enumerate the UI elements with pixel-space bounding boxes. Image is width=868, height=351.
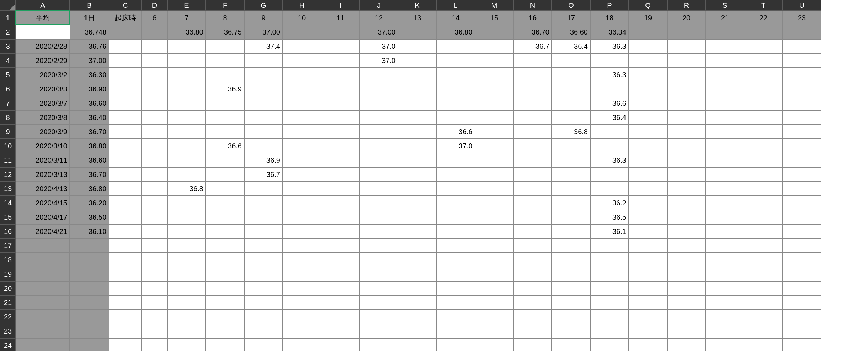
cell-P22[interactable]	[590, 310, 629, 324]
column-header-Q[interactable]: Q	[629, 0, 667, 11]
cell-S3[interactable]	[706, 39, 744, 53]
cell-P13[interactable]	[590, 182, 629, 196]
cell-F5[interactable]	[206, 68, 244, 82]
cell-I9[interactable]	[321, 125, 360, 139]
cell-T23[interactable]	[744, 324, 783, 338]
cell-Q2[interactable]	[629, 25, 667, 39]
cell-A15[interactable]: 2020/4/17	[16, 210, 70, 224]
cell-B7[interactable]: 36.60	[70, 96, 109, 110]
cell-L23[interactable]	[436, 324, 475, 338]
cell-S20[interactable]	[706, 281, 744, 295]
cell-R9[interactable]	[667, 125, 706, 139]
cell-N1[interactable]: 16	[513, 11, 552, 25]
cell-E20[interactable]	[167, 281, 206, 295]
cell-O18[interactable]	[552, 253, 590, 267]
cell-J21[interactable]	[360, 295, 398, 310]
cell-G7[interactable]	[244, 96, 283, 110]
cell-D14[interactable]	[142, 196, 167, 210]
cell-B1[interactable]: 1日	[70, 11, 109, 25]
cell-Q9[interactable]	[629, 125, 667, 139]
cell-H14[interactable]	[283, 196, 321, 210]
cell-P4[interactable]	[590, 53, 629, 68]
cell-A6[interactable]: 2020/3/3	[16, 82, 70, 96]
cell-P3[interactable]: 36.3	[590, 39, 629, 53]
cell-O3[interactable]: 36.4	[552, 39, 590, 53]
cell-G4[interactable]	[244, 53, 283, 68]
cell-R11[interactable]	[667, 153, 706, 167]
cell-M10[interactable]	[475, 139, 513, 153]
cell-T17[interactable]	[744, 239, 783, 253]
cell-Q5[interactable]	[629, 68, 667, 82]
cell-F23[interactable]	[206, 324, 244, 338]
cell-Q7[interactable]	[629, 96, 667, 110]
cell-T5[interactable]	[744, 68, 783, 82]
cell-G11[interactable]: 36.9	[244, 153, 283, 167]
cell-F16[interactable]	[206, 224, 244, 239]
cell-B8[interactable]: 36.40	[70, 110, 109, 125]
cell-D9[interactable]	[142, 125, 167, 139]
row-header-3[interactable]: 3	[0, 39, 16, 53]
cell-J2[interactable]: 37.00	[360, 25, 398, 39]
cell-S2[interactable]	[706, 25, 744, 39]
cell-T3[interactable]	[744, 39, 783, 53]
cell-I19[interactable]	[321, 267, 360, 281]
cell-I17[interactable]	[321, 239, 360, 253]
cell-F11[interactable]	[206, 153, 244, 167]
cell-D11[interactable]	[142, 153, 167, 167]
cell-M19[interactable]	[475, 267, 513, 281]
cell-E15[interactable]	[167, 210, 206, 224]
cell-G5[interactable]	[244, 68, 283, 82]
cell-E13[interactable]: 36.8	[167, 182, 206, 196]
cell-I23[interactable]	[321, 324, 360, 338]
cell-S8[interactable]	[706, 110, 744, 125]
cell-F15[interactable]	[206, 210, 244, 224]
cell-E24[interactable]	[167, 338, 206, 351]
cell-B23[interactable]	[70, 324, 109, 338]
cell-B20[interactable]	[70, 281, 109, 295]
cell-N5[interactable]	[513, 68, 552, 82]
cell-R24[interactable]	[667, 338, 706, 351]
cell-D1[interactable]: 6	[142, 11, 167, 25]
cell-G16[interactable]	[244, 224, 283, 239]
cell-D21[interactable]	[142, 295, 167, 310]
cell-T8[interactable]	[744, 110, 783, 125]
cell-E18[interactable]	[167, 253, 206, 267]
cell-U11[interactable]	[783, 153, 821, 167]
cell-Q23[interactable]	[629, 324, 667, 338]
column-header-L[interactable]: L	[436, 0, 475, 11]
cell-S12[interactable]	[706, 167, 744, 182]
cell-D5[interactable]	[142, 68, 167, 82]
cell-C20[interactable]	[109, 281, 142, 295]
cell-N19[interactable]	[513, 267, 552, 281]
cell-I24[interactable]	[321, 338, 360, 351]
cell-P10[interactable]	[590, 139, 629, 153]
cell-M18[interactable]	[475, 253, 513, 267]
cell-O11[interactable]	[552, 153, 590, 167]
column-header-B[interactable]: B	[70, 0, 109, 11]
cell-O8[interactable]	[552, 110, 590, 125]
row-header-8[interactable]: 8	[0, 110, 16, 125]
cell-D24[interactable]	[142, 338, 167, 351]
cell-R13[interactable]	[667, 182, 706, 196]
cell-E6[interactable]	[167, 82, 206, 96]
cell-R20[interactable]	[667, 281, 706, 295]
cell-J6[interactable]	[360, 82, 398, 96]
cell-C18[interactable]	[109, 253, 142, 267]
cell-K8[interactable]	[398, 110, 436, 125]
cell-I3[interactable]	[321, 39, 360, 53]
cell-A24[interactable]	[16, 338, 70, 351]
cell-B15[interactable]: 36.50	[70, 210, 109, 224]
cell-O21[interactable]	[552, 295, 590, 310]
cell-J13[interactable]	[360, 182, 398, 196]
cell-G10[interactable]	[244, 139, 283, 153]
cell-J18[interactable]	[360, 253, 398, 267]
cell-Q4[interactable]	[629, 53, 667, 68]
cell-G9[interactable]	[244, 125, 283, 139]
cell-F7[interactable]	[206, 96, 244, 110]
cell-R7[interactable]	[667, 96, 706, 110]
cell-P15[interactable]: 36.5	[590, 210, 629, 224]
cell-C24[interactable]	[109, 338, 142, 351]
cell-A16[interactable]: 2020/4/21	[16, 224, 70, 239]
column-header-E[interactable]: E	[167, 0, 206, 11]
cell-C12[interactable]	[109, 167, 142, 182]
